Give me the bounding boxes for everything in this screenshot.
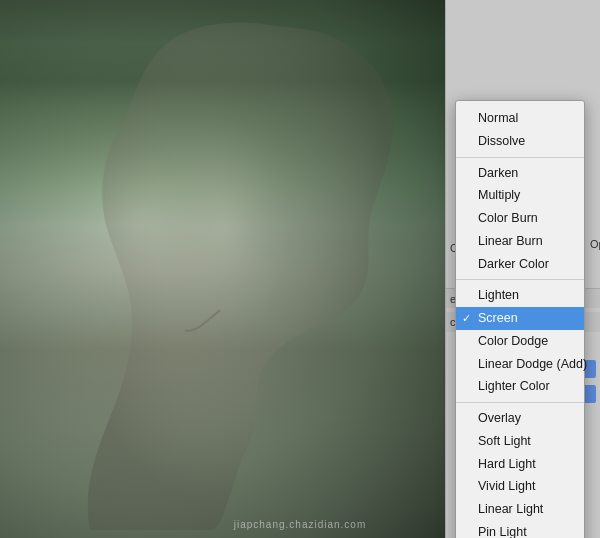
watermark-text: jiapchang.chazidian.com [234, 519, 367, 530]
blend-item-label: Linear Light [478, 500, 543, 519]
blend-item-label: Color Burn [478, 209, 538, 228]
blend-section-3: OverlaySoft LightHard LightVivid LightLi… [456, 402, 584, 538]
blend-item-label: Color Dodge [478, 332, 548, 351]
blend-item-linear-light[interactable]: Linear Light [456, 498, 584, 521]
blend-item-linear-dodge-add[interactable]: Linear Dodge (Add) [456, 353, 584, 376]
blend-section-1: DarkenMultiplyColor BurnLinear BurnDarke… [456, 157, 584, 278]
blend-item-label: Pin Light [478, 523, 527, 538]
blend-item-multiply[interactable]: Multiply [456, 184, 584, 207]
blend-item-label: Hard Light [478, 455, 536, 474]
blend-item-label: Linear Dodge (Add) [478, 355, 587, 374]
opac-text-label: Opac [590, 238, 600, 250]
blend-section-0: NormalDissolve [456, 105, 584, 155]
blend-item-color-dodge[interactable]: Color Dodge [456, 330, 584, 353]
blend-mode-dropdown[interactable]: NormalDissolveDarkenMultiplyColor BurnLi… [455, 100, 585, 538]
blend-item-label: Multiply [478, 186, 520, 205]
blend-item-vivid-light[interactable]: Vivid Light [456, 475, 584, 498]
blend-item-label: Lighten [478, 286, 519, 305]
blend-item-darken[interactable]: Darken [456, 162, 584, 185]
blend-item-label: Normal [478, 109, 518, 128]
blend-item-label: Screen [478, 309, 518, 328]
blend-item-label: Darken [478, 164, 518, 183]
blend-item-label: Darker Color [478, 255, 549, 274]
blend-item-screen[interactable]: ✓Screen [456, 307, 584, 330]
blend-item-label: Overlay [478, 409, 521, 428]
blend-item-pin-light[interactable]: Pin Light [456, 521, 584, 538]
blend-item-linear-burn[interactable]: Linear Burn [456, 230, 584, 253]
blend-section-2: Lighten✓ScreenColor DodgeLinear Dodge (A… [456, 279, 584, 400]
blend-item-lighten[interactable]: Lighten [456, 284, 584, 307]
face-silhouette [30, 20, 450, 530]
blend-item-label: Vivid Light [478, 477, 535, 496]
blend-item-label: Lighter Color [478, 377, 550, 396]
blend-item-label: Soft Light [478, 432, 531, 451]
blend-item-darker-color[interactable]: Darker Color [456, 253, 584, 276]
blend-item-soft-light[interactable]: Soft Light [456, 430, 584, 453]
blend-item-lighter-color[interactable]: Lighter Color [456, 375, 584, 398]
blend-item-color-burn[interactable]: Color Burn [456, 207, 584, 230]
blend-item-label: Dissolve [478, 132, 525, 151]
blend-item-dissolve[interactable]: Dissolve [456, 130, 584, 153]
checkmark-icon: ✓ [462, 310, 471, 327]
blend-item-normal[interactable]: Normal [456, 107, 584, 130]
blend-item-hard-light[interactable]: Hard Light [456, 453, 584, 476]
blend-item-label: Linear Burn [478, 232, 543, 251]
blend-item-overlay[interactable]: Overlay [456, 407, 584, 430]
